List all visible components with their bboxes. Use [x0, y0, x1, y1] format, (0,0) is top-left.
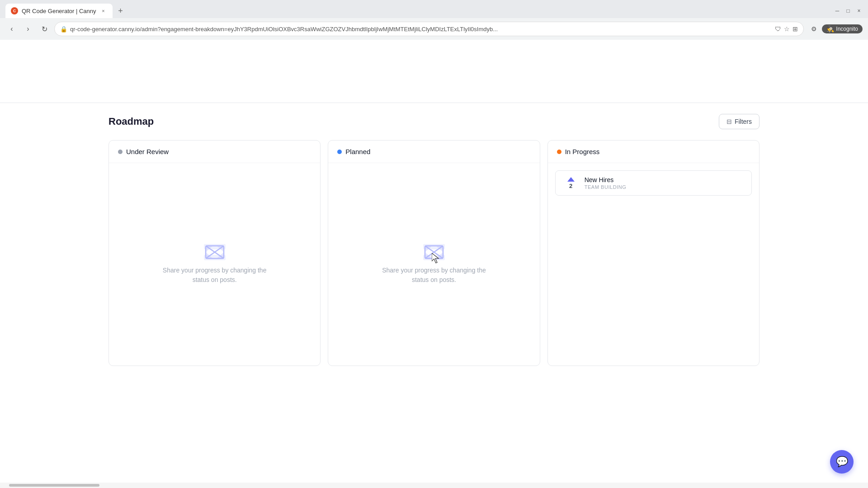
column-title-under-review: Under Review	[126, 148, 169, 155]
empty-state-under-review: Share your progress by changing thestatu…	[154, 170, 276, 358]
filters-button[interactable]: ⊟ Filters	[719, 114, 760, 129]
star-icon[interactable]: ☆	[784, 25, 790, 33]
browser-actions: ⚙ 🕵 Incognito	[807, 23, 863, 35]
forward-button[interactable]: ›	[22, 23, 34, 35]
column-title-in-progress: In Progress	[565, 148, 600, 155]
column-under-review: Under Review	[108, 140, 321, 366]
reload-button[interactable]: ↻	[38, 23, 51, 35]
roadmap-columns: Under Review	[108, 140, 760, 366]
vote-count: 2	[569, 183, 572, 189]
close-window-button[interactable]: ×	[855, 7, 863, 14]
new-tab-button[interactable]: +	[114, 5, 127, 17]
column-in-progress: In Progress 2 New Hires TEAM BUILDING	[547, 140, 760, 366]
vote-section: 2	[563, 177, 579, 189]
column-body-in-progress: 2 New Hires TEAM BUILDING	[548, 163, 759, 366]
roadmap-title: Roadmap	[108, 116, 154, 127]
address-bar-row: ‹ › ↻ 🔒 qr-code-generator.canny.io/admin…	[0, 18, 868, 40]
top-area	[0, 40, 868, 103]
status-dot-gray	[118, 150, 123, 154]
column-title-planned: Planned	[345, 148, 370, 155]
address-bar-icons: 🛡 ☆ ⊞	[775, 25, 798, 33]
extensions-button[interactable]: ⚙	[807, 23, 820, 35]
tab-bar: C QR Code Generator | Canny × + ─ □ ×	[0, 0, 868, 18]
address-bar[interactable]: 🔒 qr-code-generator.canny.io/admin?engag…	[54, 22, 804, 36]
column-header-under-review: Under Review	[109, 141, 320, 163]
empty-text-planned: Share your progress by changing thestatu…	[382, 266, 486, 285]
card-title: New Hires	[585, 176, 744, 183]
filter-icon: ⊟	[726, 118, 732, 125]
empty-text-under-review: Share your progress by changing thestatu…	[163, 266, 267, 285]
column-header-planned: Planned	[328, 141, 539, 163]
column-body-planned: Share your progress by changing thestatu…	[328, 163, 539, 366]
status-dot-orange	[557, 150, 561, 154]
roadmap-header: Roadmap ⊟ Filters	[108, 114, 760, 129]
main-content: Roadmap ⊟ Filters Under Review	[0, 103, 868, 377]
column-header-in-progress: In Progress	[548, 141, 759, 163]
page-content: Roadmap ⊟ Filters Under Review	[0, 40, 868, 488]
incognito-label: Incognito	[836, 26, 858, 32]
filters-label: Filters	[735, 118, 752, 125]
horizontal-scrollbar[interactable]	[0, 483, 868, 488]
roadblock-icon-planned	[423, 244, 445, 260]
chat-button[interactable]: 💬	[830, 450, 854, 474]
upvote-arrow	[567, 177, 575, 182]
url-display: qr-code-generator.canny.io/admin?engagem…	[70, 26, 772, 33]
roadblock-icon-under-review	[204, 244, 226, 260]
status-dot-blue	[337, 150, 342, 154]
empty-state-planned: Share your progress by changing thestatu…	[373, 170, 495, 358]
scroll-thumb-horizontal[interactable]	[9, 484, 99, 487]
active-tab[interactable]: C QR Code Generator | Canny ×	[5, 4, 113, 18]
minimize-button[interactable]: ─	[834, 7, 841, 14]
shield-icon: 🛡	[775, 25, 781, 33]
roadmap-card-new-hires[interactable]: 2 New Hires TEAM BUILDING	[555, 170, 752, 196]
tab-title: QR Code Generator | Canny	[22, 8, 96, 14]
maximize-button[interactable]: □	[844, 7, 852, 14]
tab-favicon: C	[11, 7, 18, 14]
browser-chrome: C QR Code Generator | Canny × + ─ □ × ‹ …	[0, 0, 868, 40]
card-tag: TEAM BUILDING	[585, 184, 744, 190]
sidebar-icon[interactable]: ⊞	[793, 25, 798, 33]
column-planned: Planned	[328, 140, 540, 366]
tab-close-button[interactable]: ×	[100, 7, 107, 14]
back-button[interactable]: ‹	[5, 23, 18, 35]
incognito-badge[interactable]: 🕵 Incognito	[822, 24, 863, 33]
chat-icon: 💬	[836, 456, 848, 468]
card-info: New Hires TEAM BUILDING	[585, 176, 744, 190]
column-body-under-review: Share your progress by changing thestatu…	[109, 163, 320, 366]
